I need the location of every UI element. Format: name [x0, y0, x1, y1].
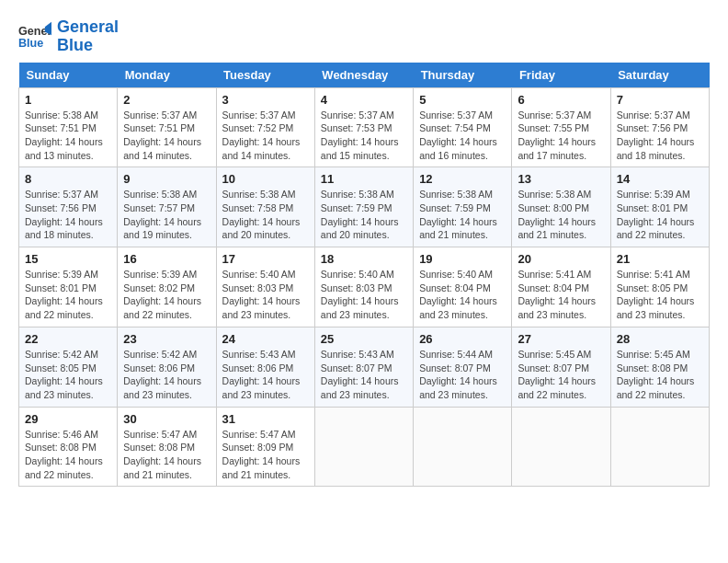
day-info: Sunrise: 5:37 AM Sunset: 7:56 PM Dayligh…	[617, 109, 703, 163]
weekday-header-thursday: Thursday	[414, 63, 512, 88]
day-number: 10	[222, 172, 309, 186]
weekday-header-monday: Monday	[118, 63, 216, 88]
day-info: Sunrise: 5:37 AM Sunset: 7:52 PM Dayligh…	[222, 109, 309, 163]
day-number: 28	[617, 332, 703, 346]
calendar-cell: 8 Sunrise: 5:37 AM Sunset: 7:56 PM Dayli…	[19, 167, 118, 247]
calendar-cell	[414, 407, 512, 487]
day-info: Sunrise: 5:37 AM Sunset: 7:54 PM Dayligh…	[419, 109, 506, 163]
day-info: Sunrise: 5:38 AM Sunset: 7:59 PM Dayligh…	[419, 188, 506, 242]
day-number: 27	[518, 332, 604, 346]
header: General Blue General Blue	[18, 18, 710, 55]
day-number: 17	[222, 252, 309, 266]
calendar-cell: 18 Sunrise: 5:40 AM Sunset: 8:03 PM Dayl…	[314, 247, 413, 327]
day-info: Sunrise: 5:41 AM Sunset: 8:05 PM Dayligh…	[617, 268, 703, 322]
day-info: Sunrise: 5:41 AM Sunset: 8:04 PM Dayligh…	[518, 268, 604, 322]
day-info: Sunrise: 5:45 AM Sunset: 8:08 PM Dayligh…	[617, 348, 703, 402]
logo-text-line1: General	[57, 18, 119, 37]
day-number: 16	[123, 252, 210, 266]
weekday-header-friday: Friday	[512, 63, 610, 88]
calendar-cell: 20 Sunrise: 5:41 AM Sunset: 8:04 PM Dayl…	[512, 247, 610, 327]
calendar-cell: 7 Sunrise: 5:37 AM Sunset: 7:56 PM Dayli…	[610, 87, 709, 167]
calendar-cell: 28 Sunrise: 5:45 AM Sunset: 8:08 PM Dayl…	[610, 327, 709, 407]
day-number: 31	[222, 412, 309, 426]
day-number: 13	[518, 172, 604, 186]
calendar-cell: 3 Sunrise: 5:37 AM Sunset: 7:52 PM Dayli…	[216, 87, 314, 167]
calendar-cell: 2 Sunrise: 5:37 AM Sunset: 7:51 PM Dayli…	[118, 87, 216, 167]
logo: General Blue General Blue	[18, 18, 119, 55]
calendar-cell: 16 Sunrise: 5:39 AM Sunset: 8:02 PM Dayl…	[118, 247, 216, 327]
day-info: Sunrise: 5:47 AM Sunset: 8:09 PM Dayligh…	[222, 428, 309, 482]
calendar-cell: 30 Sunrise: 5:47 AM Sunset: 8:08 PM Dayl…	[118, 407, 216, 487]
calendar-cell: 13 Sunrise: 5:38 AM Sunset: 8:00 PM Dayl…	[512, 167, 610, 247]
logo-text-line2: Blue	[57, 37, 119, 55]
day-number: 8	[25, 172, 111, 186]
calendar-cell: 24 Sunrise: 5:43 AM Sunset: 8:06 PM Dayl…	[216, 327, 314, 407]
calendar-cell	[610, 407, 709, 487]
calendar-cell: 31 Sunrise: 5:47 AM Sunset: 8:09 PM Dayl…	[216, 407, 314, 487]
day-info: Sunrise: 5:38 AM Sunset: 7:51 PM Dayligh…	[25, 109, 111, 163]
day-number: 22	[25, 332, 111, 346]
calendar-cell: 22 Sunrise: 5:42 AM Sunset: 8:05 PM Dayl…	[19, 327, 118, 407]
calendar-cell: 17 Sunrise: 5:40 AM Sunset: 8:03 PM Dayl…	[216, 247, 314, 327]
calendar-cell	[314, 407, 413, 487]
day-number: 21	[617, 252, 703, 266]
day-info: Sunrise: 5:40 AM Sunset: 8:03 PM Dayligh…	[222, 268, 309, 322]
day-number: 6	[518, 93, 604, 107]
calendar-cell: 21 Sunrise: 5:41 AM Sunset: 8:05 PM Dayl…	[610, 247, 709, 327]
calendar-cell: 12 Sunrise: 5:38 AM Sunset: 7:59 PM Dayl…	[414, 167, 512, 247]
day-info: Sunrise: 5:47 AM Sunset: 8:08 PM Dayligh…	[123, 428, 210, 482]
day-info: Sunrise: 5:38 AM Sunset: 7:59 PM Dayligh…	[321, 188, 407, 242]
day-number: 20	[518, 252, 604, 266]
weekday-header-sunday: Sunday	[19, 63, 118, 88]
day-info: Sunrise: 5:40 AM Sunset: 8:04 PM Dayligh…	[419, 268, 506, 322]
calendar-cell: 29 Sunrise: 5:46 AM Sunset: 8:08 PM Dayl…	[19, 407, 118, 487]
day-info: Sunrise: 5:42 AM Sunset: 8:06 PM Dayligh…	[123, 348, 210, 402]
calendar-cell: 4 Sunrise: 5:37 AM Sunset: 7:53 PM Dayli…	[314, 87, 413, 167]
week-row-3: 22 Sunrise: 5:42 AM Sunset: 8:05 PM Dayl…	[19, 327, 710, 407]
svg-text:Blue: Blue	[18, 37, 43, 50]
calendar-cell: 26 Sunrise: 5:44 AM Sunset: 8:07 PM Dayl…	[414, 327, 512, 407]
day-number: 4	[321, 93, 407, 107]
weekday-header-row: SundayMondayTuesdayWednesdayThursdayFrid…	[19, 63, 710, 88]
day-number: 7	[617, 93, 703, 107]
day-number: 29	[25, 412, 111, 426]
calendar-cell: 6 Sunrise: 5:37 AM Sunset: 7:55 PM Dayli…	[512, 87, 610, 167]
day-info: Sunrise: 5:45 AM Sunset: 8:07 PM Dayligh…	[518, 348, 604, 402]
calendar-cell: 14 Sunrise: 5:39 AM Sunset: 8:01 PM Dayl…	[610, 167, 709, 247]
day-number: 19	[419, 252, 506, 266]
day-number: 2	[123, 93, 210, 107]
weekday-header-tuesday: Tuesday	[216, 63, 314, 88]
day-info: Sunrise: 5:42 AM Sunset: 8:05 PM Dayligh…	[25, 348, 111, 402]
day-number: 25	[321, 332, 407, 346]
day-info: Sunrise: 5:46 AM Sunset: 8:08 PM Dayligh…	[25, 428, 111, 482]
day-info: Sunrise: 5:39 AM Sunset: 8:02 PM Dayligh…	[123, 268, 210, 322]
day-number: 11	[321, 172, 407, 186]
day-info: Sunrise: 5:43 AM Sunset: 8:07 PM Dayligh…	[321, 348, 407, 402]
day-number: 14	[617, 172, 703, 186]
day-number: 15	[25, 252, 111, 266]
calendar-cell: 23 Sunrise: 5:42 AM Sunset: 8:06 PM Dayl…	[118, 327, 216, 407]
day-info: Sunrise: 5:37 AM Sunset: 7:55 PM Dayligh…	[518, 109, 604, 163]
week-row-0: 1 Sunrise: 5:38 AM Sunset: 7:51 PM Dayli…	[19, 87, 710, 167]
week-row-1: 8 Sunrise: 5:37 AM Sunset: 7:56 PM Dayli…	[19, 167, 710, 247]
day-info: Sunrise: 5:37 AM Sunset: 7:56 PM Dayligh…	[25, 188, 111, 242]
day-info: Sunrise: 5:40 AM Sunset: 8:03 PM Dayligh…	[321, 268, 407, 322]
week-row-2: 15 Sunrise: 5:39 AM Sunset: 8:01 PM Dayl…	[19, 247, 710, 327]
day-info: Sunrise: 5:39 AM Sunset: 8:01 PM Dayligh…	[25, 268, 111, 322]
day-number: 5	[419, 93, 506, 107]
weekday-header-saturday: Saturday	[610, 63, 709, 88]
week-row-4: 29 Sunrise: 5:46 AM Sunset: 8:08 PM Dayl…	[19, 407, 710, 487]
day-info: Sunrise: 5:38 AM Sunset: 7:57 PM Dayligh…	[123, 188, 210, 242]
calendar-cell: 10 Sunrise: 5:38 AM Sunset: 7:58 PM Dayl…	[216, 167, 314, 247]
logo-icon: General Blue	[18, 20, 51, 53]
calendar-cell: 19 Sunrise: 5:40 AM Sunset: 8:04 PM Dayl…	[414, 247, 512, 327]
calendar-table: SundayMondayTuesdayWednesdayThursdayFrid…	[18, 63, 710, 488]
day-number: 9	[123, 172, 210, 186]
day-info: Sunrise: 5:38 AM Sunset: 7:58 PM Dayligh…	[222, 188, 309, 242]
day-info: Sunrise: 5:44 AM Sunset: 8:07 PM Dayligh…	[419, 348, 506, 402]
day-info: Sunrise: 5:38 AM Sunset: 8:00 PM Dayligh…	[518, 188, 604, 242]
day-number: 3	[222, 93, 309, 107]
day-number: 18	[321, 252, 407, 266]
calendar-cell: 1 Sunrise: 5:38 AM Sunset: 7:51 PM Dayli…	[19, 87, 118, 167]
day-number: 12	[419, 172, 506, 186]
